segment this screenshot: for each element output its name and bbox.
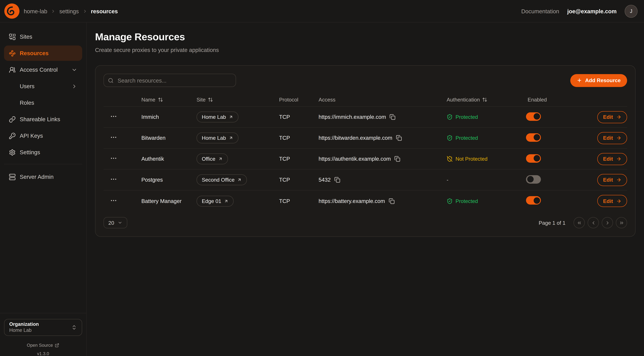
sidebar-item-access-control[interactable]: Access Control <box>4 62 82 77</box>
resource-name: Bitwarden <box>141 135 196 141</box>
page-size-select[interactable]: 20 <box>104 217 128 228</box>
copy-button[interactable] <box>394 156 400 162</box>
sidebar-item-resources[interactable]: Resources <box>4 46 82 61</box>
sort-icon <box>158 97 163 102</box>
sidebar-item-api-keys[interactable]: API Keys <box>4 128 82 143</box>
enabled-toggle[interactable] <box>526 196 541 204</box>
prev-page-button[interactable] <box>588 217 599 228</box>
documentation-link[interactable]: Documentation <box>521 8 559 14</box>
row-actions-menu-button[interactable] <box>110 155 117 162</box>
add-resource-button[interactable]: Add Resource <box>570 74 627 87</box>
enabled-cell <box>526 112 583 122</box>
sidebar-item-roles[interactable]: Roles <box>4 95 82 110</box>
chevron-right-icon <box>71 83 77 89</box>
last-page-button[interactable] <box>616 217 627 228</box>
next-page-button[interactable] <box>602 217 613 228</box>
access-value: https://immich.example.com <box>318 114 386 120</box>
site-link-badge[interactable]: Edge 01 <box>196 196 234 206</box>
auth-status-label: Protected <box>456 198 478 204</box>
resource-protocol: TCP <box>279 198 318 204</box>
enabled-cell <box>526 154 583 164</box>
row-actions-menu-button[interactable] <box>110 197 117 204</box>
enabled-toggle[interactable] <box>526 175 541 184</box>
access-value: https://authentik.example.com <box>318 156 391 162</box>
copy-button[interactable] <box>388 198 394 204</box>
arrow-right-icon <box>616 177 622 182</box>
toggle-knob <box>534 113 540 120</box>
site-link-badge[interactable]: Home Lab <box>196 112 238 122</box>
organization-selector[interactable]: Organization Home Lab <box>4 319 82 336</box>
sidebar-item-label: Shareable Links <box>20 116 60 122</box>
row-actions-menu-button[interactable] <box>110 113 117 120</box>
chevron-down-icon <box>71 67 77 73</box>
sort-icon <box>208 97 213 102</box>
sidebar-divider <box>4 164 82 164</box>
edit-button-label: Edit <box>603 114 613 120</box>
shield-check-icon <box>447 114 453 120</box>
sidebar-item-settings[interactable]: Settings <box>4 144 82 160</box>
copy-button[interactable] <box>334 177 340 183</box>
edit-cell: Edit <box>583 111 627 123</box>
resource-protocol: TCP <box>279 156 318 162</box>
table-header: Name Site Protocol Access <box>104 93 627 107</box>
search-input[interactable] <box>117 77 232 84</box>
enabled-cell <box>526 133 583 143</box>
organization-value: Home Lab <box>9 328 71 334</box>
sidebar-item-server-admin[interactable]: Server Admin <box>4 169 82 184</box>
site-link-badge[interactable]: Office <box>196 154 228 164</box>
resource-name: Battery Manager <box>141 198 196 204</box>
toggle-knob <box>534 197 540 204</box>
breadcrumb-settings[interactable]: settings <box>59 8 79 14</box>
sidebar-item-sites[interactable]: Sites <box>4 29 82 44</box>
link-icon <box>9 116 16 123</box>
edit-button[interactable]: Edit <box>598 174 627 186</box>
sidebar-nav: Sites Resources Access Control Users Rol… <box>0 29 86 186</box>
enabled-toggle[interactable] <box>526 133 541 142</box>
auth-status: Not Protected <box>447 156 526 162</box>
breadcrumb-org[interactable]: home-lab <box>24 8 47 14</box>
edit-button[interactable]: Edit <box>598 195 627 207</box>
sidebar-item-users[interactable]: Users <box>4 78 82 94</box>
header-name[interactable]: Name <box>141 97 196 103</box>
chevron-left-icon <box>591 220 596 226</box>
site-cell: Home Lab <box>196 132 279 143</box>
edit-button-label: Edit <box>603 198 613 204</box>
sidebar-item-shareable-links[interactable]: Shareable Links <box>4 112 82 127</box>
header-site[interactable]: Site <box>196 97 279 103</box>
row-actions-menu-button[interactable] <box>110 134 117 141</box>
resources-card: Add Resource Name Site <box>95 65 636 237</box>
auth-status: Protected <box>447 198 526 204</box>
access-value: https://bitwarden.example.com <box>318 135 392 141</box>
edit-button[interactable]: Edit <box>598 153 627 165</box>
header-authentication[interactable]: Authentication <box>447 97 526 103</box>
enabled-toggle[interactable] <box>526 112 541 121</box>
row-menu-cell <box>104 134 141 142</box>
auth-status-label: Not Protected <box>456 156 488 162</box>
auth-status: Protected <box>447 135 526 141</box>
access-cell: https://authentik.example.com <box>318 156 447 162</box>
site-link-badge[interactable]: Home Lab <box>196 132 238 143</box>
copy-button[interactable] <box>390 114 396 120</box>
table-body: Immich Home Lab TCP https://immich.examp… <box>104 107 627 212</box>
arrow-up-right-icon <box>218 157 222 161</box>
first-page-button[interactable] <box>574 217 585 228</box>
edit-button[interactable]: Edit <box>598 111 627 123</box>
enabled-toggle[interactable] <box>526 154 541 162</box>
user-email-menu[interactable]: joe@example.com <box>567 8 616 14</box>
open-source-label: Open Source <box>27 343 53 348</box>
sidebar-item-label: Resources <box>20 50 48 56</box>
ellipsis-icon <box>110 176 117 183</box>
users-icon <box>9 66 16 73</box>
copy-button[interactable] <box>396 135 402 141</box>
resources-table: Name Site Protocol Access <box>104 93 627 212</box>
pagination-controls: Page 1 of 1 <box>539 217 627 228</box>
avatar[interactable]: J <box>625 5 638 18</box>
organization-text: Organization Home Lab <box>9 321 71 334</box>
card-toolbar: Add Resource <box>104 74 627 87</box>
row-actions-menu-button[interactable] <box>110 176 117 183</box>
open-source-link[interactable]: Open Source <box>4 343 82 348</box>
site-link-badge[interactable]: Second Office <box>196 174 247 185</box>
ellipsis-icon <box>110 113 117 120</box>
sidebar-item-label: Settings <box>20 149 40 156</box>
edit-button[interactable]: Edit <box>598 132 627 144</box>
